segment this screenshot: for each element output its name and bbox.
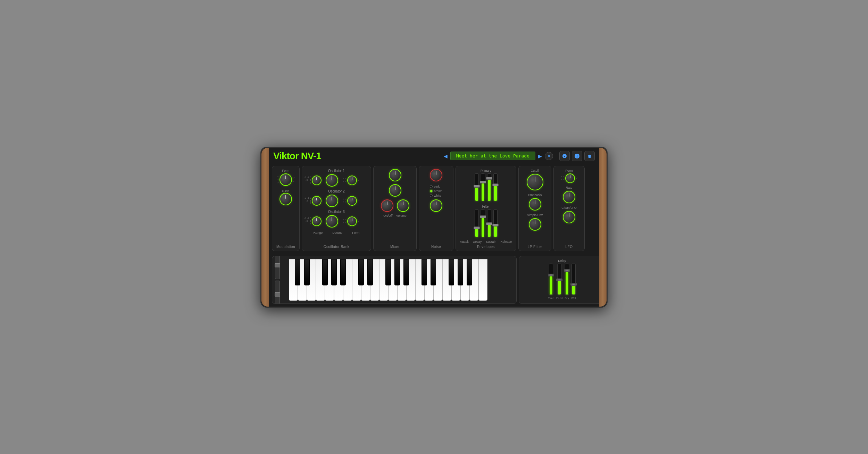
key-gs3[interactable] bbox=[331, 259, 337, 285]
osc3-range-knob[interactable] bbox=[312, 216, 322, 226]
modulation-section-label: Modulation bbox=[276, 243, 295, 249]
bottom-panel: Delay Time bbox=[269, 254, 599, 307]
noise-section: pink brown white Noise bbox=[419, 166, 453, 251]
primary-release-track[interactable] bbox=[493, 173, 498, 201]
mixer-osc1-knob[interactable] bbox=[389, 169, 401, 181]
filter-decay-fader bbox=[481, 209, 485, 237]
form-label: Form bbox=[282, 169, 290, 172]
osc3-detune-knob[interactable] bbox=[326, 215, 338, 228]
noise-pink-dot bbox=[430, 185, 433, 188]
filter-sustain-fader bbox=[487, 209, 491, 237]
filter-label: Filter bbox=[482, 205, 490, 208]
delay-feed-track[interactable] bbox=[557, 264, 561, 295]
filter-release-fader bbox=[493, 209, 498, 237]
primary-sustain-track[interactable] bbox=[487, 173, 491, 201]
mixer-osc2-knob[interactable] bbox=[389, 184, 401, 197]
osc3-form-knob[interactable] bbox=[347, 216, 357, 226]
filter-sustain-track[interactable] bbox=[487, 209, 491, 237]
lp-filter-section: Cutoff Emphasis Simple/Env LP Filter bbox=[518, 166, 551, 251]
noise-white-dot bbox=[430, 194, 433, 197]
primary-decay-track[interactable] bbox=[481, 173, 485, 201]
delay-wet-fader: Wet bbox=[571, 264, 576, 300]
header-icons bbox=[559, 151, 595, 161]
delay-time-track[interactable] bbox=[549, 264, 553, 295]
osc1-range-knob[interactable] bbox=[312, 175, 322, 185]
filter-attack-track[interactable] bbox=[475, 209, 479, 237]
noise-pink-label: pink bbox=[434, 185, 440, 188]
env-release-label: Release bbox=[500, 240, 512, 243]
key-cs5[interactable] bbox=[422, 259, 427, 285]
close-preset-button[interactable]: ✕ bbox=[545, 152, 553, 160]
primary-label: Primary bbox=[481, 169, 491, 172]
key-as4[interactable] bbox=[403, 259, 409, 285]
primary-attack-fader bbox=[475, 173, 479, 201]
primary-attack-track[interactable] bbox=[475, 173, 479, 201]
noise-white-label: white bbox=[434, 194, 441, 197]
osc2-row: -2 -1 0 -3 1 2 ↗↗↗↗ ↗ bbox=[304, 195, 369, 207]
key-as3[interactable] bbox=[340, 259, 346, 285]
lp-emphasis-knob[interactable] bbox=[529, 198, 541, 211]
osc1-form-knob[interactable] bbox=[347, 175, 357, 185]
key-fs5[interactable] bbox=[449, 259, 454, 285]
key-fs4[interactable] bbox=[385, 259, 391, 285]
noise-pink-btn[interactable]: pink bbox=[430, 185, 440, 188]
delay-dry-track[interactable] bbox=[565, 264, 569, 295]
lfo-clean-lfo-label: Clean/LFO bbox=[561, 206, 577, 209]
key-cs4[interactable] bbox=[358, 259, 364, 285]
key-ds3[interactable] bbox=[304, 259, 310, 285]
primary-sustain-fader bbox=[487, 173, 491, 201]
delay-title: Delay bbox=[558, 259, 566, 263]
next-preset-button[interactable]: ▶ bbox=[537, 153, 543, 160]
preset-display: Meet her at the Love Parade bbox=[450, 152, 535, 160]
noise-volume-knob[interactable] bbox=[430, 199, 442, 212]
mod-wheel-slider[interactable] bbox=[275, 281, 280, 304]
prev-preset-button[interactable]: ◀ bbox=[442, 153, 449, 160]
lfo-section: Form ↗↗↗↗ ↗ Rate Clean/LFO LFO bbox=[553, 166, 585, 251]
lfo-clean-knob[interactable] bbox=[563, 211, 575, 223]
filter-decay-track[interactable] bbox=[481, 209, 485, 237]
save-preset-button[interactable] bbox=[559, 151, 570, 161]
noise-type-knob[interactable] bbox=[430, 169, 442, 181]
piano-keys bbox=[289, 259, 514, 301]
noise-brown-dot bbox=[430, 190, 433, 192]
osc2-form-knob[interactable] bbox=[347, 196, 357, 206]
keyboard-section bbox=[272, 256, 517, 304]
lfo-label: LFO bbox=[566, 243, 573, 249]
key-gs5[interactable] bbox=[458, 259, 463, 285]
mixer-onoff-knob[interactable] bbox=[381, 199, 393, 212]
lfo-form-knob[interactable] bbox=[565, 173, 575, 183]
filter-faders bbox=[475, 209, 498, 237]
osc-form-label: Form bbox=[352, 231, 359, 234]
delay-feed-label: Feed bbox=[556, 297, 562, 300]
key-c6[interactable] bbox=[478, 259, 487, 301]
key-ds5[interactable] bbox=[431, 259, 436, 285]
key-as5[interactable] bbox=[467, 259, 472, 285]
noise-white-btn[interactable]: white bbox=[430, 194, 441, 197]
emphasis-label: Emphasis bbox=[528, 193, 542, 197]
modulation-glide-knob[interactable] bbox=[279, 193, 292, 205]
noise-brown-btn[interactable]: brown bbox=[430, 189, 443, 193]
delay-wet-track[interactable] bbox=[571, 264, 576, 295]
delete-preset-button[interactable] bbox=[584, 151, 595, 161]
glide-label: Glide bbox=[282, 189, 289, 193]
pitch-bend-area bbox=[275, 256, 280, 304]
primary-faders bbox=[475, 173, 498, 201]
lfo-rate-knob[interactable] bbox=[563, 191, 575, 203]
key-ds4[interactable] bbox=[367, 259, 373, 285]
osc1-detune-knob[interactable] bbox=[326, 174, 338, 187]
lp-simple-env-knob[interactable] bbox=[529, 218, 541, 231]
lp-cutoff-knob[interactable] bbox=[527, 174, 543, 190]
osc2-detune-knob[interactable] bbox=[326, 195, 338, 207]
key-cs3[interactable] bbox=[295, 259, 300, 285]
logo: Viktor NV-1 bbox=[273, 151, 321, 162]
key-fs3[interactable] bbox=[322, 259, 328, 285]
load-preset-button[interactable] bbox=[572, 151, 582, 161]
modulation-form-knob[interactable] bbox=[279, 173, 292, 186]
pitch-bend-slider[interactable] bbox=[275, 256, 280, 279]
delay-dry-fader: Dry bbox=[565, 264, 569, 300]
mixer-volume-knob[interactable] bbox=[397, 199, 409, 212]
filter-release-track[interactable] bbox=[493, 209, 498, 237]
key-gs4[interactable] bbox=[394, 259, 400, 285]
delay-faders: Time Feed bbox=[548, 264, 576, 300]
osc2-range-knob[interactable] bbox=[312, 196, 322, 206]
